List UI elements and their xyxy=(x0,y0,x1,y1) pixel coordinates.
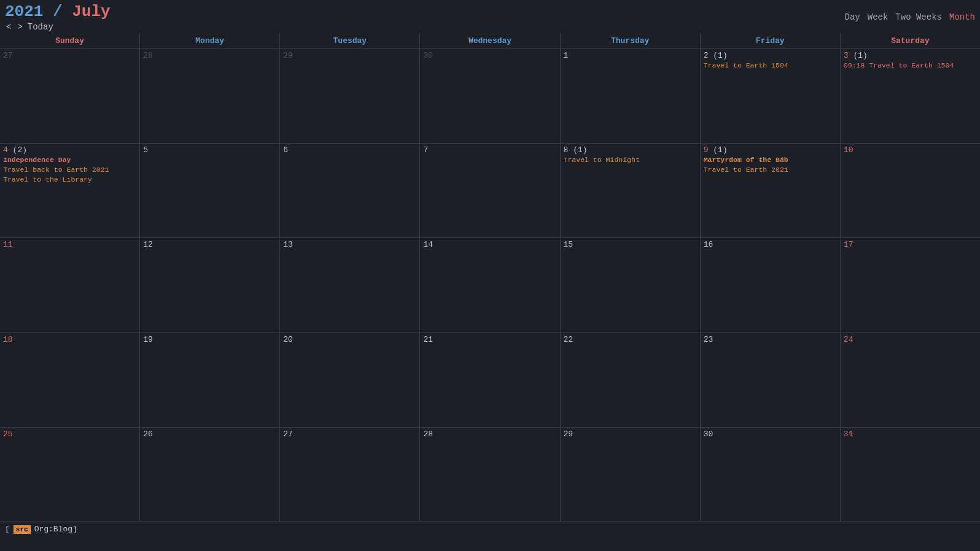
day-7[interactable]: 7 xyxy=(420,144,560,237)
day-24[interactable]: 24 xyxy=(841,333,980,427)
day-jun-29[interactable]: 29 xyxy=(280,49,420,143)
week-row: 27 28 29 30 1 2 (1) Travel to Earth 1504… xyxy=(0,49,980,144)
view-day[interactable]: Day xyxy=(845,12,860,22)
day-14[interactable]: 14 xyxy=(420,238,560,332)
header-thursday: Thursday xyxy=(561,33,701,48)
day-6[interactable]: 6 xyxy=(280,144,420,237)
day-10[interactable]: 10 xyxy=(841,144,980,237)
day-17[interactable]: 17 xyxy=(841,238,980,332)
view-month[interactable]: Month xyxy=(949,12,975,22)
footer-label: Org:Blog] xyxy=(34,525,77,534)
separator: / xyxy=(43,2,72,21)
day-22[interactable]: 22 xyxy=(561,333,701,427)
day-3[interactable]: 3 (1) 09:18 Travel to Earth 1504 xyxy=(841,49,980,143)
day-30[interactable]: 30 xyxy=(701,428,841,522)
month-label: July xyxy=(72,2,110,21)
day-19[interactable]: 19 xyxy=(140,333,280,427)
day-9[interactable]: 9 (1) Martyrdom of the Báb Travel to Ear… xyxy=(701,144,841,237)
day-jun-30[interactable]: 30 xyxy=(420,49,560,143)
header-monday: Monday xyxy=(140,33,280,48)
calendar-grid: 27 28 29 30 1 2 (1) Travel to Earth 1504… xyxy=(0,49,980,522)
week-row: 4 (2) Independence Day Travel back to Ea… xyxy=(0,144,980,238)
day-21[interactable]: 21 xyxy=(420,333,560,427)
day-27[interactable]: 27 xyxy=(280,428,420,522)
day-2[interactable]: 2 (1) Travel to Earth 1504 xyxy=(701,49,841,143)
prev-button[interactable]: < xyxy=(5,22,12,32)
days-of-week-header: Sunday Monday Tuesday Wednesday Thursday… xyxy=(0,33,980,49)
day-4[interactable]: 4 (2) Independence Day Travel back to Ea… xyxy=(0,144,140,237)
week-row: 18 19 20 21 22 23 24 xyxy=(0,333,980,428)
next-button[interactable]: > xyxy=(16,22,23,32)
today-button[interactable]: Today xyxy=(28,22,53,32)
day-18[interactable]: 18 xyxy=(0,333,140,427)
header-saturday: Saturday xyxy=(841,33,980,48)
day-1[interactable]: 1 xyxy=(561,49,701,143)
header-sunday: Sunday xyxy=(0,33,140,48)
day-jun-28[interactable]: 28 xyxy=(140,49,280,143)
week-row: 11 12 13 14 15 16 17 xyxy=(0,238,980,333)
day-31[interactable]: 31 xyxy=(841,428,980,522)
footer-tag: src xyxy=(14,525,31,534)
day-26[interactable]: 26 xyxy=(140,428,280,522)
day-23[interactable]: 23 xyxy=(701,333,841,427)
footer: [ src Org:Blog] xyxy=(0,522,980,536)
view-two-weeks[interactable]: Two Weeks xyxy=(895,12,942,22)
footer-bracket-open: [ xyxy=(5,525,10,534)
day-12[interactable]: 12 xyxy=(140,238,280,332)
day-13[interactable]: 13 xyxy=(280,238,420,332)
view-week[interactable]: Week xyxy=(868,12,889,22)
view-switcher: Day Week Two Weeks Month xyxy=(845,12,975,22)
day-16[interactable]: 16 xyxy=(701,238,841,332)
year-label: 2021 xyxy=(5,2,43,21)
day-25[interactable]: 25 xyxy=(0,428,140,522)
day-8[interactable]: 8 (1) Travel to Midnight xyxy=(561,144,701,237)
day-20[interactable]: 20 xyxy=(280,333,420,427)
calendar-title: 2021 / July xyxy=(5,2,111,21)
day-28[interactable]: 28 xyxy=(420,428,560,522)
header-tuesday: Tuesday xyxy=(280,33,420,48)
header-wednesday: Wednesday xyxy=(420,33,560,48)
day-5[interactable]: 5 xyxy=(140,144,280,237)
week-row: 25 26 27 28 29 30 31 xyxy=(0,428,980,522)
header-friday: Friday xyxy=(701,33,841,48)
day-11[interactable]: 11 xyxy=(0,238,140,332)
day-29[interactable]: 29 xyxy=(561,428,701,522)
day-jun-27[interactable]: 27 xyxy=(0,49,140,143)
day-15[interactable]: 15 xyxy=(561,238,701,332)
